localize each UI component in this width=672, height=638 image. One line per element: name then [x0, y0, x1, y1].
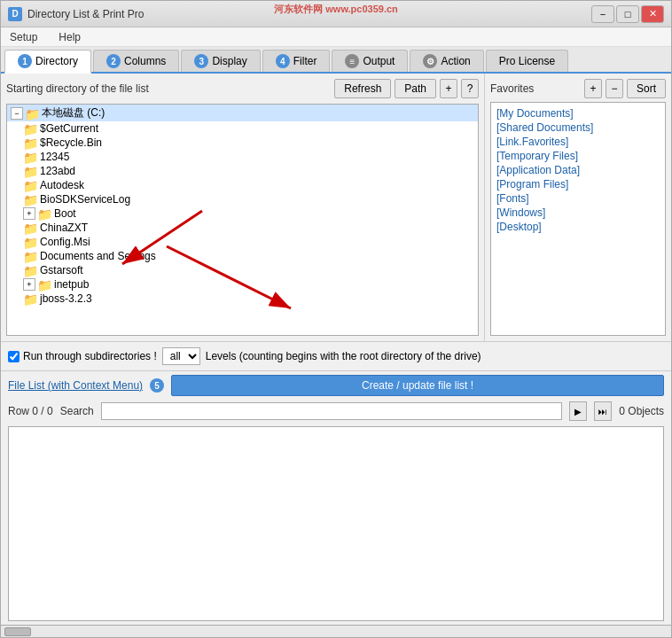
menu-help[interactable]: Help: [55, 29, 84, 45]
main-window: D Directory List & Print Pro 河东软件网 www.p…: [0, 0, 672, 638]
maximize-button[interactable]: □: [616, 5, 639, 23]
folder-icon-chinaZXT: 📁: [23, 222, 37, 234]
favorites-list: [My Documents] [Shared Documents] [Link.…: [490, 102, 666, 336]
scroll-thumb-h[interactable]: [4, 627, 31, 636]
folder-icon-biosdk: 📁: [23, 193, 37, 206]
subdirectory-checkbox[interactable]: [8, 351, 20, 362]
expander-inetpub[interactable]: +: [23, 278, 35, 291]
favorites-header: Favorites + − Sort: [490, 79, 666, 98]
app-icon: D: [8, 7, 22, 21]
fav-link-favorites[interactable]: [Link.Favorites]: [495, 135, 661, 149]
tree-label-gstarsoft: Gstarsoft: [40, 264, 83, 276]
subdirectory-option[interactable]: Run through subdirectories !: [8, 350, 157, 362]
minimize-button[interactable]: −: [591, 5, 614, 23]
question-button[interactable]: ?: [461, 79, 479, 98]
levels-select[interactable]: all 12345: [162, 347, 200, 365]
file-list-section: File List (with Context Menu) 5 Create /…: [1, 370, 671, 625]
starting-dir-label: Starting directory of the file list: [6, 82, 331, 95]
path-button[interactable]: Path: [395, 79, 436, 98]
menu-setup[interactable]: Setup: [6, 29, 41, 45]
left-panel: Starting directory of the file list Refr…: [1, 74, 485, 341]
tab-output[interactable]: ≡ Output: [332, 50, 408, 72]
file-list-link[interactable]: File List (with Context Menu): [8, 379, 143, 392]
tree-label-12345: 12345: [40, 151, 69, 163]
refresh-button[interactable]: Refresh: [334, 79, 391, 98]
tree-label-configmsi: Config.Msi: [40, 236, 90, 248]
subdirectory-label: Run through subdirectories !: [23, 350, 157, 362]
tree-label-getcurrent: $GetCurrent: [40, 122, 98, 135]
main-content: Starting directory of the file list Refr…: [1, 74, 671, 341]
tree-item-boot[interactable]: + 📁 Boot: [7, 206, 478, 221]
folder-icon-jboss: 📁: [23, 292, 37, 305]
favorites-remove-button[interactable]: −: [606, 79, 623, 98]
tree-item-123abd[interactable]: 📁 123abd: [7, 164, 478, 178]
search-skip-button[interactable]: ⏭: [594, 401, 612, 421]
tree-label-123abd: 123abd: [40, 165, 75, 177]
bottom-options: Run through subdirectories ! all 12345 L…: [1, 341, 671, 370]
tree-item-12345[interactable]: 📁 12345: [7, 150, 478, 164]
file-list-header: File List (with Context Menu) 5 Create /…: [8, 375, 664, 396]
favorites-add-button[interactable]: +: [584, 79, 602, 98]
expander-root[interactable]: −: [11, 107, 23, 120]
fav-my-documents[interactable]: [My Documents]: [495, 106, 661, 121]
expander-boot[interactable]: +: [23, 207, 35, 220]
tree-item-inetpub[interactable]: + 📁 inetpub: [7, 277, 478, 292]
tab-output-label: Output: [363, 55, 395, 67]
tab-directory[interactable]: 1 Directory: [4, 50, 91, 74]
directory-tree[interactable]: − 📁 本地磁盘 (C:) 📁 $GetCurrent 📁 $Recycle.B…: [6, 104, 479, 336]
folder-icon-docs: 📁: [23, 250, 37, 262]
tab-columns-label: Columns: [124, 55, 166, 67]
folder-icon-boot: 📁: [37, 207, 51, 220]
tab-display-label: Display: [212, 55, 246, 67]
tab-action-label: Action: [441, 55, 470, 67]
tree-label-boot: Boot: [54, 207, 76, 220]
tree-item-recycle[interactable]: 📁 $Recycle.Bin: [7, 136, 478, 150]
tree-item-gstarsoft[interactable]: 📁 Gstarsoft: [7, 263, 478, 277]
folder-icon-autodesk: 📁: [23, 179, 37, 191]
tree-label-autodesk: Autodesk: [40, 179, 84, 191]
tab-num-3: 3: [194, 54, 208, 68]
tab-icon-action: ⚙: [423, 54, 437, 68]
file-list-content: [8, 426, 664, 621]
favorites-label: Favorites: [490, 82, 581, 95]
tab-columns[interactable]: 2 Columns: [93, 50, 179, 72]
tab-display[interactable]: 3 Display: [181, 50, 260, 72]
tab-filter[interactable]: 4 Filter: [262, 50, 331, 72]
fav-temporary-files[interactable]: [Temporary Files]: [495, 149, 661, 163]
tree-item-docs[interactable]: 📁 Documents and Settings: [7, 249, 478, 263]
window-title: Directory List & Print Pro: [27, 8, 591, 20]
fav-application-data[interactable]: [Application Data]: [495, 163, 661, 177]
tree-item-root[interactable]: − 📁 本地磁盘 (C:): [7, 105, 478, 121]
tab-pro-license[interactable]: Pro License: [486, 50, 568, 72]
folder-icon-getcurrent: 📁: [23, 122, 37, 135]
tree-item-chinaZXT[interactable]: 📁 ChinaZXT: [7, 221, 478, 235]
fav-windows[interactable]: [Windows]: [495, 206, 661, 220]
tree-item-jboss[interactable]: 📁 jboss-3.2.3: [7, 292, 478, 306]
tree-item-configmsi[interactable]: 📁 Config.Msi: [7, 235, 478, 249]
right-panel: Favorites + − Sort [My Documents] [Share…: [485, 74, 671, 341]
favorites-sort-button[interactable]: Sort: [627, 79, 666, 98]
search-play-button[interactable]: ▶: [569, 401, 587, 421]
close-button[interactable]: ✕: [641, 5, 664, 23]
fav-shared-documents[interactable]: [Shared Documents]: [495, 121, 661, 135]
tree-item-autodesk[interactable]: 📁 Autodesk: [7, 178, 478, 192]
search-input[interactable]: [101, 402, 563, 420]
row-info-bar: Row 0 / 0 Search ▶ ⏭ 0 Objects: [8, 400, 664, 423]
fav-desktop[interactable]: [Desktop]: [495, 220, 661, 234]
folder-icon-configmsi: 📁: [23, 236, 37, 248]
tab-num-2: 2: [106, 54, 121, 68]
tree-item-biosdk[interactable]: 📁 BioSDKServiceLog: [7, 192, 478, 206]
create-file-list-button[interactable]: Create / update file list !: [171, 375, 664, 396]
plus-button[interactable]: +: [440, 79, 457, 98]
fav-program-files[interactable]: [Program Files]: [495, 177, 661, 191]
tab-icon-output: ≡: [345, 54, 359, 68]
objects-count: 0 Objects: [619, 405, 664, 417]
tree-item-getcurrent[interactable]: 📁 $GetCurrent: [7, 121, 478, 136]
tab-action[interactable]: ⚙ Action: [410, 50, 483, 72]
fav-fonts[interactable]: [Fonts]: [495, 191, 661, 206]
folder-icon-inetpub: 📁: [37, 278, 51, 291]
folder-icon-root: 📁: [25, 107, 39, 120]
horizontal-scrollbar[interactable]: [1, 625, 671, 637]
tree-label-biosdk: BioSDKServiceLog: [40, 193, 130, 206]
tree-label-root: 本地磁盘 (C:): [42, 105, 105, 121]
